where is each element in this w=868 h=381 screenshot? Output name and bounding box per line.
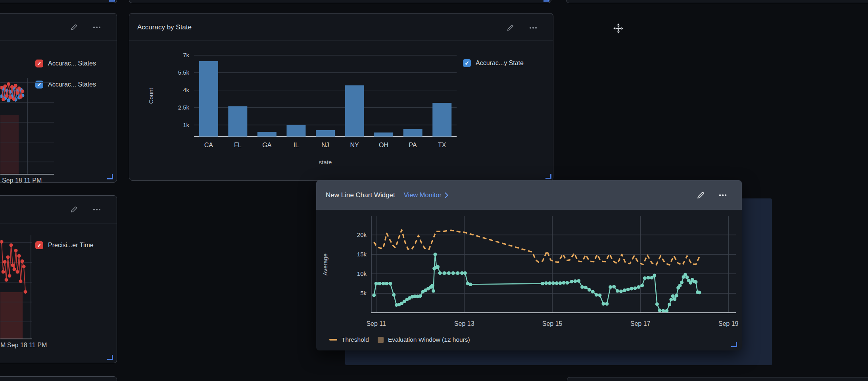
mini-timeseries-chart [0, 78, 54, 175]
svg-text:IL: IL [294, 142, 299, 148]
check-icon: ✓ [465, 60, 469, 66]
widget-menu-button[interactable] [92, 205, 102, 214]
pencil-icon [506, 24, 514, 32]
legend-item-evaluation-window[interactable]: Evaluation Window (12 hours) [378, 336, 470, 343]
widget-below-right [567, 377, 868, 381]
svg-text:5.5k: 5.5k [178, 69, 190, 76]
header-divider [0, 40, 117, 40]
edit-widget-button[interactable] [69, 23, 79, 32]
svg-text:NJ: NJ [321, 142, 329, 148]
widget-below-left [0, 376, 117, 381]
widget-above-middle [129, 0, 551, 3]
svg-text:1k: 1k [183, 121, 189, 128]
widget-above-left [0, 0, 117, 3]
widget-menu-button[interactable] [718, 190, 728, 200]
accuracy-by-state-widget: Accuracy by State 1k2.5k4k5.5k7kCAFLGAIL… [129, 13, 553, 181]
ellipsis-icon [92, 23, 101, 31]
svg-text:Sep 11: Sep 11 [366, 320, 386, 327]
x-axis-timestamp: Sep 18 11 PM [7, 342, 47, 349]
legend-label: Evaluation Window (12 hours) [388, 336, 470, 343]
legend-label: Accurac...y State [476, 60, 524, 67]
legend-label: Accurac... States [48, 81, 96, 88]
resize-handle[interactable] [109, 0, 115, 2]
svg-text:TX: TX [438, 142, 446, 148]
timeseries-widget-top-left: ✓ Accurac... States ✓ Accurac... States … [0, 13, 117, 183]
svg-text:OH: OH [379, 142, 388, 148]
pencil-icon [696, 191, 705, 200]
header-divider [0, 223, 117, 223]
svg-text:20k: 20k [357, 231, 367, 238]
evaluation-window-swatch [378, 337, 384, 343]
move-cursor-icon [613, 23, 624, 35]
ellipsis-icon [529, 24, 538, 32]
widget-above-right [566, 0, 868, 3]
x-axis-timestamp: Sep 18 11 PM [2, 177, 42, 184]
svg-text:10k: 10k [357, 270, 367, 277]
threshold-swatch [329, 339, 337, 341]
svg-text:PA: PA [409, 142, 417, 148]
x-axis-timestamp-clipped: M [0, 342, 6, 349]
pencil-icon [70, 206, 78, 214]
svg-text:Sep 15: Sep 15 [542, 320, 563, 327]
dashboard-canvas: ✓ Accurac... States ✓ Accurac... States … [0, 0, 868, 381]
legend-label: Threshold [342, 336, 369, 343]
pencil-icon [70, 23, 78, 31]
line-chart: Sep 11Sep 13Sep 15Sep 17Sep 195k10k15k20… [316, 210, 741, 350]
svg-text:Sep 17: Sep 17 [630, 320, 651, 327]
edit-widget-button[interactable] [696, 190, 705, 200]
resize-handle[interactable] [107, 355, 113, 360]
chevron-right-icon [445, 192, 448, 198]
view-monitor-link[interactable]: View Monitor [404, 191, 448, 199]
svg-text:CA: CA [204, 142, 213, 148]
widget-menu-button[interactable] [528, 23, 538, 33]
svg-text:Sep 13: Sep 13 [454, 320, 474, 327]
widget-title: New Line Chart Widget [326, 191, 395, 199]
svg-text:Average: Average [322, 254, 328, 276]
svg-text:7k: 7k [183, 52, 189, 58]
legend-item-threshold[interactable]: Threshold [329, 336, 369, 343]
svg-text:5k: 5k [360, 290, 367, 296]
legend-label: Accurac... States [48, 60, 96, 67]
ellipsis-icon [92, 206, 101, 214]
series-checkbox[interactable]: ✓ [463, 59, 471, 67]
edit-widget-button[interactable] [69, 205, 79, 214]
svg-text:state: state [319, 159, 332, 165]
legend-item[interactable]: ✓ Precisi...er Time [35, 241, 94, 249]
resize-handle[interactable] [731, 342, 737, 347]
edit-widget-button[interactable] [505, 23, 515, 33]
check-icon: ✓ [37, 61, 42, 66]
check-icon: ✓ [37, 242, 42, 248]
ellipsis-icon [718, 191, 728, 199]
new-line-chart-widget[interactable]: New Line Chart Widget View Monitor Sep 1… [316, 180, 742, 350]
series-checkbox[interactable]: ✓ [35, 60, 43, 67]
widget-title: Accuracy by State [137, 23, 192, 31]
timeseries-widget-bottom-left: ✓ Precisi...er Time M Sep 18 11 PM [0, 195, 117, 363]
svg-text:NY: NY [350, 142, 359, 148]
svg-text:4k: 4k [183, 87, 189, 93]
svg-text:FL: FL [234, 142, 242, 148]
resize-handle[interactable] [545, 174, 551, 179]
resize-handle[interactable] [543, 0, 549, 2]
legend-item[interactable]: ✓ Accurac...y State [463, 59, 524, 67]
svg-text:GA: GA [262, 142, 271, 148]
widget-header[interactable]: New Line Chart Widget View Monitor [316, 180, 742, 210]
mini-timeseries-chart [0, 235, 32, 340]
svg-text:2.5k: 2.5k [178, 104, 190, 111]
svg-text:15k: 15k [357, 251, 367, 258]
legend-label: Precisi...er Time [48, 242, 94, 249]
svg-text:Count: Count [148, 88, 154, 104]
series-checkbox[interactable]: ✓ [35, 241, 43, 249]
svg-text:Sep 19: Sep 19 [718, 320, 739, 327]
chart-legend: Threshold Evaluation Window (12 hours) [329, 336, 470, 343]
widget-menu-button[interactable] [92, 23, 102, 32]
resize-handle[interactable] [107, 174, 113, 179]
legend-item[interactable]: ✓ Accurac... States [35, 60, 96, 67]
widget-body: Sep 11Sep 13Sep 15Sep 17Sep 195k10k15k20… [316, 210, 742, 350]
